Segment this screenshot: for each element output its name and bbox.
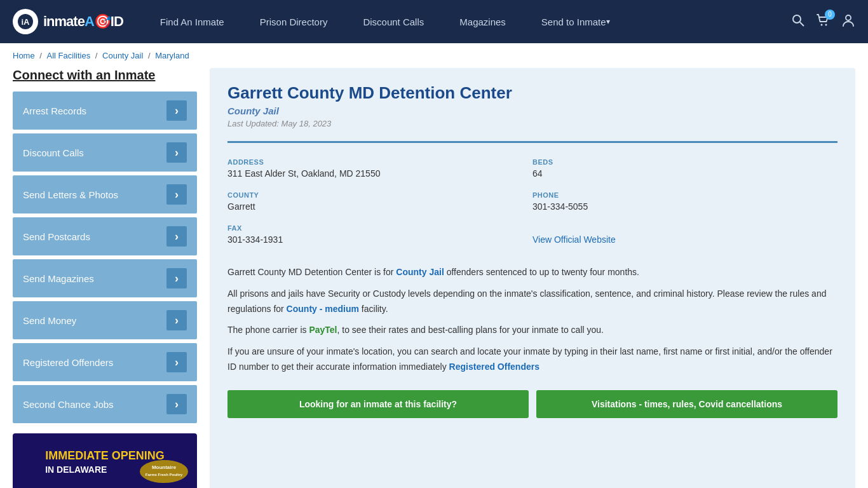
- sidebar-title: Connect with an Inmate: [13, 68, 197, 83]
- looking-for-inmate-button[interactable]: Looking for an inmate at this facility?: [227, 390, 529, 418]
- sidebar-item-second-chance-jobs[interactable]: Second Chance Jobs ›: [13, 385, 197, 423]
- header-icons: 0: [792, 13, 855, 30]
- sidebar-item-send-letters[interactable]: Send Letters & Photos ›: [13, 175, 197, 214]
- visitations-button[interactable]: Visitations - times, rules, Covid cancel…: [536, 390, 837, 418]
- sidebar-item-label: Send Letters & Photos: [23, 189, 118, 200]
- nav-magazines[interactable]: Magazines: [442, 0, 524, 43]
- county-label: COUNTY: [227, 191, 525, 199]
- sidebar-item-label: Arrest Records: [23, 105, 86, 116]
- facility-updated: Last Updated: May 18, 2023: [227, 119, 837, 128]
- sidebar-item-label: Send Postcards: [23, 231, 90, 242]
- breadcrumb-maryland[interactable]: Maryland: [155, 51, 189, 60]
- facility-type: County Jail: [227, 105, 837, 116]
- sidebar-item-label: Send Money: [23, 315, 76, 326]
- facility-desc4: If you are unsure of your inmate's locat…: [227, 344, 837, 375]
- phone-label: PHONE: [532, 191, 830, 199]
- nav-send-to-inmate[interactable]: Send to Inmate: [524, 0, 628, 43]
- beds-label: BEDS: [532, 158, 830, 166]
- fax-value: 301-334-1931: [227, 234, 525, 245]
- sidebar-ad[interactable]: IMMEDIATE OPENING IN DELAWARE Mountaire …: [13, 433, 197, 488]
- svg-point-5: [825, 24, 827, 25]
- sidebar-item-send-money[interactable]: Send Money ›: [13, 301, 197, 339]
- svg-point-2: [793, 15, 801, 23]
- sidebar-item-send-postcards[interactable]: Send Postcards ›: [13, 217, 197, 255]
- arrow-icon: ›: [166, 226, 187, 247]
- user-icon[interactable]: [841, 13, 855, 30]
- info-phone: PHONE 301-334-5055: [532, 186, 837, 219]
- breadcrumb-county-jail[interactable]: County Jail: [102, 51, 143, 60]
- breadcrumb-sep3: /: [148, 51, 153, 60]
- svg-point-4: [821, 24, 823, 25]
- facility-desc3: The phone carrier is PayTel, to see thei…: [227, 323, 837, 338]
- info-county: COUNTY Garrett: [227, 186, 532, 219]
- logo[interactable]: iA inmateA🎯ID: [13, 9, 123, 34]
- address-value: 311 East Alder St, Oakland, MD 21550: [227, 168, 525, 179]
- logo-icon: iA: [13, 9, 38, 34]
- nav-discount-calls[interactable]: Discount Calls: [345, 0, 442, 43]
- facility-desc1: Garrett County MD Detention Center is fo…: [227, 265, 837, 280]
- arrow-icon: ›: [166, 100, 187, 121]
- facility-desc2: All prisons and jails have Security or C…: [227, 287, 837, 317]
- svg-line-3: [800, 22, 804, 26]
- logo-text: inmateA🎯ID: [43, 13, 123, 30]
- breadcrumb-home[interactable]: Home: [13, 51, 35, 60]
- arrow-icon: ›: [166, 310, 187, 330]
- search-icon[interactable]: [792, 14, 804, 30]
- svg-point-7: [140, 460, 188, 483]
- breadcrumb-all-facilities[interactable]: All Facilities: [47, 51, 91, 60]
- address-label: ADDRESS: [227, 158, 525, 166]
- sidebar: Connect with an Inmate Arrest Records › …: [13, 68, 197, 488]
- info-website: View Official Website: [532, 219, 837, 252]
- svg-text:iA: iA: [22, 17, 31, 27]
- arrow-icon: ›: [166, 268, 187, 288]
- website-spacer: [532, 224, 830, 232]
- facility-buttons: Looking for an inmate at this facility? …: [227, 390, 837, 418]
- arrow-icon: ›: [166, 352, 187, 372]
- breadcrumb-sep2: /: [95, 51, 100, 60]
- sidebar-item-send-magazines[interactable]: Send Magazines ›: [13, 259, 197, 297]
- facility-detail: Garrett County MD Detention Center Count…: [210, 68, 855, 488]
- breadcrumb: Home / All Facilities / County Jail / Ma…: [0, 43, 868, 68]
- website-value: View Official Website: [532, 234, 830, 245]
- county-jail-link[interactable]: County Jail: [396, 267, 444, 277]
- header: iA inmateA🎯ID Find An Inmate Prison Dire…: [0, 0, 868, 43]
- paytel-link[interactable]: PayTel: [309, 325, 337, 335]
- info-fax: FAX 301-334-1931: [227, 219, 532, 252]
- fax-label: FAX: [227, 224, 525, 232]
- arrow-icon: ›: [166, 394, 187, 414]
- ad-brand: Mountaire Farms Fresh Poultry: [139, 459, 189, 485]
- cart-icon[interactable]: 0: [816, 13, 830, 30]
- sidebar-item-arrest-records[interactable]: Arrest Records ›: [13, 92, 197, 130]
- arrow-icon: ›: [166, 142, 187, 163]
- sidebar-item-label: Discount Calls: [23, 147, 84, 158]
- facility-name: Garrett County MD Detention Center: [227, 83, 837, 103]
- facility-info-grid: ADDRESS 311 East Alder St, Oakland, MD 2…: [227, 141, 837, 252]
- svg-text:Farms Fresh Poultry: Farms Fresh Poultry: [146, 473, 183, 477]
- info-beds: BEDS 64: [532, 153, 837, 186]
- arrow-icon: ›: [166, 184, 187, 205]
- breadcrumb-sep1: /: [39, 51, 44, 60]
- sidebar-item-label: Send Magazines: [23, 273, 94, 284]
- view-official-website-link[interactable]: View Official Website: [532, 234, 616, 245]
- sidebar-item-label: Second Chance Jobs: [23, 399, 114, 410]
- registered-offenders-link[interactable]: Registered Offenders: [449, 362, 539, 372]
- nav: Find An Inmate Prison Directory Discount…: [142, 0, 792, 43]
- cart-badge: 0: [825, 10, 835, 20]
- info-address: ADDRESS 311 East Alder St, Oakland, MD 2…: [227, 153, 532, 186]
- svg-text:Mountaire: Mountaire: [152, 464, 177, 470]
- nav-find-inmate[interactable]: Find An Inmate: [142, 0, 242, 43]
- county-value: Garrett: [227, 201, 525, 212]
- phone-value: 301-334-5055: [532, 201, 830, 212]
- county-medium-link[interactable]: County - medium: [287, 304, 359, 314]
- sidebar-item-label: Registered Offenders: [23, 357, 113, 368]
- main-content: Connect with an Inmate Arrest Records › …: [0, 68, 868, 488]
- svg-point-6: [846, 15, 851, 20]
- sidebar-item-discount-calls[interactable]: Discount Calls ›: [13, 133, 197, 172]
- beds-value: 64: [532, 168, 830, 179]
- sidebar-item-registered-offenders[interactable]: Registered Offenders ›: [13, 343, 197, 381]
- nav-prison-directory[interactable]: Prison Directory: [242, 0, 346, 43]
